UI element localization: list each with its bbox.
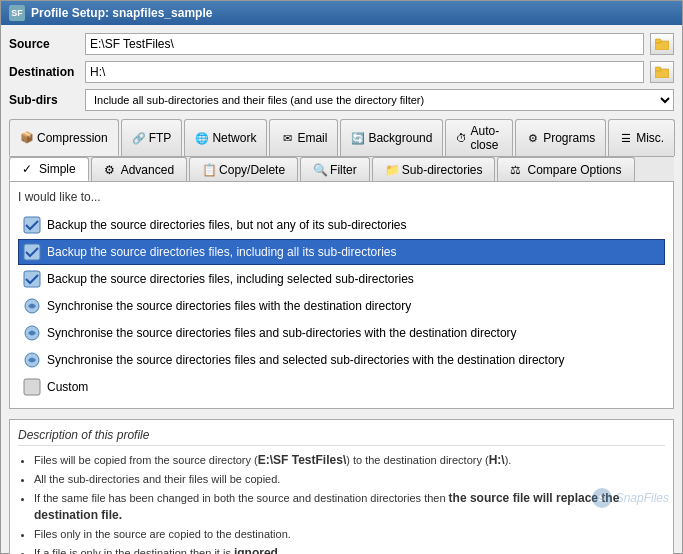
subtab-subdirs-label: Sub-directories — [402, 163, 483, 177]
option-icon-5 — [23, 324, 41, 342]
subtab-copydel[interactable]: 📋 Copy/Delete — [189, 157, 298, 181]
content-area: Source Destination Sub-dirs — [1, 25, 682, 554]
destination-input[interactable] — [85, 61, 644, 83]
subdirs-tab-icon: 📁 — [385, 163, 399, 177]
background-icon: 🔄 — [351, 131, 365, 145]
panel-title: I would like to... — [18, 190, 665, 204]
tab-ftp[interactable]: 🔗 FTP — [121, 119, 183, 156]
description-title: Description of this profile — [18, 428, 665, 446]
option-text-3: Backup the source directories files, inc… — [47, 272, 414, 286]
tab-network[interactable]: 🌐 Network — [184, 119, 267, 156]
logo-text: SnapFiles — [616, 491, 669, 505]
tab-compression-label: Compression — [37, 131, 108, 145]
tab-background-label: Background — [368, 131, 432, 145]
option-item-4[interactable]: Synchronise the source directories files… — [18, 293, 665, 319]
option-icon-6 — [23, 351, 41, 369]
advanced-icon: ⚙ — [104, 163, 118, 177]
tab-autoclose[interactable]: ⏱ Auto-close — [445, 119, 513, 156]
destination-browse-button[interactable] — [650, 61, 674, 83]
subtab-simple[interactable]: ✓ Simple — [9, 157, 89, 181]
option-text-6: Synchronise the source directories files… — [47, 353, 565, 367]
main-tabs: 📦 Compression 🔗 FTP 🌐 Network ✉ Email 🔄 — [9, 119, 674, 157]
compression-icon: 📦 — [20, 131, 34, 145]
source-input[interactable] — [85, 33, 644, 55]
logo-circle: S — [592, 488, 612, 508]
subtab-advanced[interactable]: ⚙ Advanced — [91, 157, 187, 181]
tab-email[interactable]: ✉ Email — [269, 119, 338, 156]
desc-line-1: Files will be copied from the source dir… — [34, 452, 665, 469]
email-icon: ✉ — [280, 131, 294, 145]
subtab-compare-label: Compare Options — [527, 163, 621, 177]
desc-line-2: All the sub-directories and their files … — [34, 472, 665, 487]
tab-programs-label: Programs — [543, 131, 595, 145]
programs-icon: ⚙ — [526, 131, 540, 145]
option-text-1: Backup the source directories files, but… — [47, 218, 407, 232]
copydel-icon: 📋 — [202, 163, 216, 177]
option-list: Backup the source directories files, but… — [18, 212, 665, 400]
main-window: SF Profile Setup: snapfiles_sample Sourc… — [0, 0, 683, 554]
tab-background[interactable]: 🔄 Background — [340, 119, 443, 156]
tab-network-label: Network — [212, 131, 256, 145]
title-text: Profile Setup: snapfiles_sample — [31, 6, 212, 20]
subtab-subdirs[interactable]: 📁 Sub-directories — [372, 157, 496, 181]
simple-icon: ✓ — [22, 162, 36, 176]
option-icon-1 — [23, 216, 41, 234]
folder-icon — [655, 38, 669, 50]
tab-misc[interactable]: ☰ Misc. — [608, 119, 675, 156]
subdirs-label: Sub-dirs — [9, 93, 79, 107]
network-icon: 🌐 — [195, 131, 209, 145]
description-list: Files will be copied from the source dir… — [18, 452, 665, 554]
sub-tabs: ✓ Simple ⚙ Advanced 📋 Copy/Delete 🔍 Filt… — [9, 157, 674, 182]
destination-label: Destination — [9, 65, 79, 79]
svg-rect-10 — [24, 379, 40, 395]
subtab-filter-label: Filter — [330, 163, 357, 177]
misc-icon: ☰ — [619, 131, 633, 145]
tab-programs[interactable]: ⚙ Programs — [515, 119, 606, 156]
svg-rect-1 — [655, 39, 661, 43]
destination-row: Destination — [9, 61, 674, 83]
subtab-simple-label: Simple — [39, 162, 76, 176]
main-panel: I would like to... Backup the source dir… — [9, 182, 674, 409]
ftp-icon: 🔗 — [132, 131, 146, 145]
option-item-1[interactable]: Backup the source directories files, but… — [18, 212, 665, 238]
compare-icon: ⚖ — [510, 163, 524, 177]
option-icon-2 — [23, 243, 41, 261]
desc-line-3: If the same file has been changed in bot… — [34, 490, 665, 524]
option-text-5: Synchronise the source directories files… — [47, 326, 517, 340]
subtab-advanced-label: Advanced — [121, 163, 174, 177]
subtab-filter[interactable]: 🔍 Filter — [300, 157, 370, 181]
source-label: Source — [9, 37, 79, 51]
autoclose-icon: ⏱ — [456, 131, 467, 145]
source-browse-button[interactable] — [650, 33, 674, 55]
option-icon-3 — [23, 270, 41, 288]
option-text-4: Synchronise the source directories files… — [47, 299, 411, 313]
folder-icon — [655, 66, 669, 78]
source-row: Source — [9, 33, 674, 55]
option-item-6[interactable]: Synchronise the source directories files… — [18, 347, 665, 373]
tab-misc-label: Misc. — [636, 131, 664, 145]
snapfiles-logo: S SnapFiles — [592, 488, 669, 508]
tab-compression[interactable]: 📦 Compression — [9, 119, 119, 156]
tab-autoclose-label: Auto-close — [470, 124, 502, 152]
title-icon: SF — [9, 5, 25, 21]
subtab-copydel-label: Copy/Delete — [219, 163, 285, 177]
option-item-5[interactable]: Synchronise the source directories files… — [18, 320, 665, 346]
option-item-3[interactable]: Backup the source directories files, inc… — [18, 266, 665, 292]
tab-ftp-label: FTP — [149, 131, 172, 145]
desc-line-5: If a file is only in the destination the… — [34, 545, 665, 554]
tabs-container: 📦 Compression 🔗 FTP 🌐 Network ✉ Email 🔄 — [9, 117, 674, 409]
filter-icon: 🔍 — [313, 163, 327, 177]
svg-rect-3 — [655, 67, 661, 71]
option-item-2[interactable]: Backup the source directories files, inc… — [18, 239, 665, 265]
subtab-compare[interactable]: ⚖ Compare Options — [497, 157, 634, 181]
option-text-7: Custom — [47, 380, 88, 394]
option-icon-4 — [23, 297, 41, 315]
option-item-7[interactable]: Custom — [18, 374, 665, 400]
title-bar: SF Profile Setup: snapfiles_sample — [1, 1, 682, 25]
desc-line-4: Files only in the source are copied to t… — [34, 527, 665, 542]
subdirs-select[interactable]: Include all sub-directories and their fi… — [85, 89, 674, 111]
option-icon-7 — [23, 378, 41, 396]
tab-email-label: Email — [297, 131, 327, 145]
description-panel: Description of this profile Files will b… — [9, 419, 674, 554]
option-text-2: Backup the source directories files, inc… — [47, 245, 397, 259]
